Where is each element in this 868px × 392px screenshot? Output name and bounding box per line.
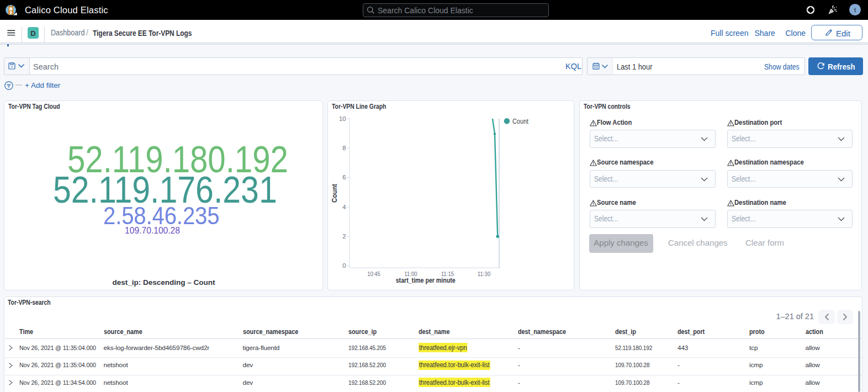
svg-text:11:30: 11:30: [478, 271, 491, 277]
svg-text:4: 4: [342, 204, 346, 210]
svg-text:6: 6: [342, 174, 346, 181]
svg-text:10:45: 10:45: [367, 271, 380, 277]
svg-text:10: 10: [339, 115, 346, 122]
svg-text:Count: Count: [331, 184, 338, 203]
svg-text:start_time per minute: start_time per minute: [396, 277, 456, 284]
svg-text:Count: Count: [512, 118, 528, 125]
svg-text:2: 2: [342, 233, 346, 240]
svg-text:0: 0: [342, 262, 346, 269]
svg-text:8: 8: [342, 145, 346, 151]
